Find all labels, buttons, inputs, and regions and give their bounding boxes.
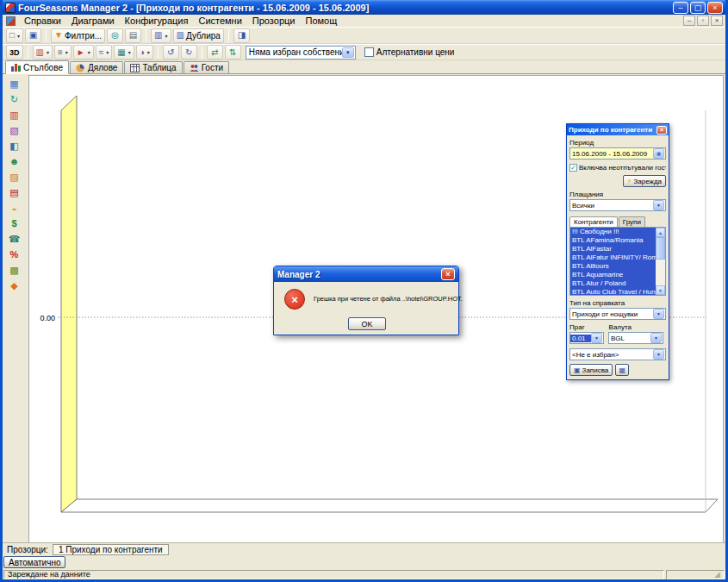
chevron-down-icon[interactable]: ▼ xyxy=(591,333,602,343)
mdi-restore-button[interactable]: ▫ xyxy=(697,16,709,26)
child-window-icon xyxy=(6,16,16,26)
period-field[interactable]: 15.06.2009 - 15.06.2009 ▦ xyxy=(569,147,666,160)
chevron-down-icon[interactable]: ▼ xyxy=(653,309,664,319)
print-button[interactable]: ▤ xyxy=(125,28,141,43)
duplicate-button[interactable]: ▥ Дублира xyxy=(173,28,224,43)
calendar-icon[interactable]: ▦ xyxy=(653,148,664,159)
list-item[interactable]: BTL Alltours xyxy=(570,262,656,271)
dialog-close-button[interactable]: × xyxy=(441,268,455,280)
menu-pomosht[interactable]: Помощ xyxy=(300,15,342,27)
mdi-close-button[interactable]: × xyxy=(711,16,723,26)
automatic-button[interactable]: Автоматично xyxy=(3,556,65,568)
columns-button[interactable]: ◨ xyxy=(233,28,250,43)
sidebar-package-button[interactable]: ▨ xyxy=(7,170,22,184)
tab-tablica[interactable]: Таблица xyxy=(124,61,182,73)
save-report-button[interactable]: ▣ Записва xyxy=(569,364,613,376)
panel-tab-contragents[interactable]: Контрагенти xyxy=(569,216,618,227)
chevron-down-icon[interactable]: ▼ xyxy=(342,47,354,58)
menu-spravki[interactable]: Справки xyxy=(19,15,66,27)
sidebar-table-button[interactable]: ▦ xyxy=(7,77,22,91)
report-type-combobox[interactable]: Приходи от нощувки ▼ xyxy=(569,308,666,320)
sidebar-books-button[interactable]: ▤ xyxy=(7,185,22,199)
save-button[interactable]: ▣ xyxy=(25,28,41,43)
list-item[interactable]: BTL AlFastar xyxy=(570,245,656,253)
chart-3d-floor xyxy=(61,499,718,512)
list-item[interactable]: BTL Atur / Poland xyxy=(570,279,656,288)
chevron-down-icon[interactable]: ▼ xyxy=(653,349,664,360)
new-button[interactable]: □ ▾ xyxy=(6,28,23,43)
payments-value: Всички xyxy=(570,202,653,210)
panel-tab-groups[interactable]: Групи xyxy=(619,216,645,227)
include-guests-row[interactable]: ✓ Включва неотпътували гости xyxy=(569,164,666,172)
marker-button[interactable]: ► ▾ xyxy=(73,45,94,59)
menu-prozorci[interactable]: Прозорци xyxy=(247,15,301,27)
grid-options-button[interactable]: ▦ ▾ xyxy=(114,45,134,59)
new-document-icon: □ xyxy=(9,31,15,40)
list-scrollbar[interactable]: ▲ ▼ xyxy=(656,228,665,295)
chevron-down-icon[interactable]: ▼ xyxy=(653,200,664,210)
menu-sistemni[interactable]: Системни xyxy=(193,15,246,27)
copy-button[interactable]: ▥ ▾ xyxy=(151,28,171,43)
list-item[interactable]: BTL Auto Club Travel / Hunga xyxy=(570,288,656,295)
print-preview-button[interactable]: ◎ xyxy=(107,28,123,43)
payments-combobox[interactable]: Всички ▼ xyxy=(569,199,666,211)
scroll-thumb[interactable] xyxy=(656,237,665,260)
3d-toggle-button[interactable]: 3D xyxy=(6,45,23,59)
legend-button[interactable]: ≡ ▾ xyxy=(54,45,72,59)
rotate-left-button[interactable]: ↺ xyxy=(163,45,179,59)
sidebar-chart-button[interactable]: ▥ xyxy=(7,108,22,122)
sidebar-coins-button[interactable]: ◒ xyxy=(7,201,22,215)
status-right-cell: ◢ xyxy=(666,570,725,579)
list-item[interactable]: BTL Aquamarine xyxy=(570,271,656,279)
contragents-listbox[interactable]: !!! Свободни !!! BTL AFamina/Romania BTL… xyxy=(569,227,666,296)
sidebar-media-button[interactable]: ▧ xyxy=(7,123,22,137)
threshold-combobox[interactable]: 0.01 ▼ xyxy=(569,332,604,344)
sidebar-window-button[interactable]: ◧ xyxy=(7,139,22,153)
list-item[interactable]: !!! Свободни !!! xyxy=(570,228,656,236)
owners-combobox[interactable]: Няма избран собственици ▼ xyxy=(246,46,356,59)
menu-konfiguracia[interactable]: Конфигурация xyxy=(120,15,194,27)
mdi-minimize-button[interactable]: – xyxy=(683,16,695,26)
series-style-button[interactable]: ≈ ▾ xyxy=(96,45,113,59)
sidebar-percent-button[interactable]: % xyxy=(7,247,22,261)
ok-button[interactable]: OK xyxy=(348,317,386,330)
scroll-up-icon[interactable]: ▲ xyxy=(656,228,665,237)
sidebar-sales-button[interactable]: ◆ xyxy=(7,278,22,292)
tab-gosti[interactable]: Гости xyxy=(184,61,229,73)
resize-grip-icon[interactable]: ◢ xyxy=(714,571,720,579)
palette-button[interactable]: ◑ ▾ xyxy=(136,45,153,59)
tab-stalbove[interactable]: Стълбове xyxy=(5,60,69,74)
chevron-down-icon[interactable]: ▼ xyxy=(650,333,662,343)
include-guests-checkbox[interactable]: ✓ xyxy=(569,164,577,172)
close-button[interactable]: × xyxy=(707,2,723,14)
minimize-button[interactable]: – xyxy=(673,2,688,14)
dialog-title-bar[interactable]: Manager 2 × xyxy=(274,266,458,282)
3d-label: 3D xyxy=(9,48,20,57)
window-tab-prihodi[interactable]: 1 Приходи по контрагенти xyxy=(53,544,169,555)
panel-title-bar[interactable]: Приходи по контрагенти × xyxy=(567,124,669,135)
sidebar-guests-button[interactable]: ☻ xyxy=(7,154,22,168)
list-item[interactable]: BTL AlFatur INFINITY/ Romani xyxy=(570,253,656,262)
sidebar-grid-button[interactable]: ▩ xyxy=(7,263,22,277)
scroll-track[interactable] xyxy=(656,237,665,285)
menu-diagrami[interactable]: Диаграми xyxy=(66,15,120,27)
list-item[interactable]: BTL AFamina/Romania xyxy=(570,236,656,245)
counterparty-combobox[interactable]: <Не е избран> ▼ xyxy=(569,348,666,360)
panel-close-button[interactable]: × xyxy=(656,126,667,135)
load-button[interactable]: ⚡ Зарежда xyxy=(623,175,666,187)
currency-combobox[interactable]: BGL ▼ xyxy=(608,332,663,344)
duplicate-button-label: Дублира xyxy=(186,31,221,41)
chart-type-button[interactable]: ▥ ▾ xyxy=(33,45,53,59)
rotate-right-button[interactable]: ↻ xyxy=(181,45,197,59)
filters-button[interactable]: ▼ Филтри... xyxy=(51,28,105,43)
grid-options-small-button[interactable]: ▦ xyxy=(615,364,629,376)
sort-button[interactable]: ⇅ xyxy=(225,45,241,59)
sidebar-payments-button[interactable]: $ xyxy=(7,216,22,230)
sidebar-refresh-button[interactable]: ↻ xyxy=(7,92,22,106)
maximize-button[interactable]: ▢ xyxy=(690,2,706,14)
alt-prices-checkbox[interactable] xyxy=(364,47,374,57)
scroll-down-icon[interactable]: ▼ xyxy=(656,285,665,295)
swap-axes-button[interactable]: ⇄ xyxy=(207,45,223,59)
sidebar-phone-button[interactable]: ☎ xyxy=(7,232,22,246)
tab-dyalove[interactable]: Дялове xyxy=(70,61,123,73)
